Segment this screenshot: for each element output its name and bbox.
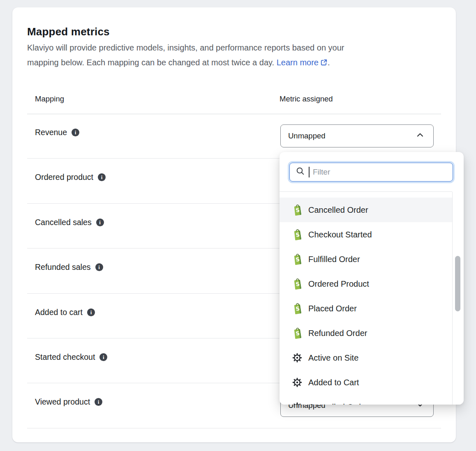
page-title: Mapped metrics (27, 25, 110, 38)
shopify-icon (292, 328, 303, 338)
dropdown-item-fulfilled-order[interactable]: Fulfilled Order (280, 247, 452, 272)
row-label: Started checkout (35, 352, 107, 362)
filter-placeholder: Filter (313, 168, 330, 177)
gear-icon (292, 402, 303, 405)
learn-more-link[interactable]: Learn more (277, 58, 328, 67)
dropdown-item-placed-order[interactable]: Placed Order (280, 296, 452, 321)
text-cursor (309, 167, 310, 177)
info-icon[interactable] (95, 398, 102, 406)
description-line-2: mapping below. Each mapping can be chang… (27, 58, 277, 67)
gear-icon (292, 352, 303, 363)
info-icon[interactable] (95, 263, 103, 271)
row-label: Ordered product (35, 173, 106, 182)
info-icon[interactable] (72, 129, 79, 136)
info-icon[interactable] (87, 308, 95, 316)
dropdown-item-cancelled-order[interactable]: Cancelled Order (280, 198, 452, 222)
description-line-1: Klaviyo will provide predictive models, … (27, 43, 344, 52)
dropdown-item-added-to-cart[interactable]: Added to Cart (280, 370, 452, 395)
shopify-icon (292, 229, 303, 240)
metric-options-list: Cancelled Order Checkout Started Fulfill… (280, 192, 452, 405)
row-label: Added to cart (35, 308, 95, 317)
shopify-icon (292, 278, 303, 289)
dropdown-item-checkout-started[interactable]: Checkout Started (280, 222, 452, 247)
info-icon[interactable] (99, 353, 107, 361)
column-header-mapping: Mapping (35, 94, 64, 104)
chevron-up-icon (415, 130, 425, 142)
description-suffix: . (328, 58, 330, 67)
filter-input[interactable]: Filter (289, 163, 453, 182)
card-description: Klaviyo will provide predictive models, … (27, 40, 430, 71)
row-label: Cancelled sales (35, 218, 104, 227)
metric-select-revenue[interactable]: Unmapped (280, 124, 434, 147)
scrollbar-thumb[interactable] (455, 256, 460, 311)
shopify-icon (292, 254, 303, 265)
info-icon[interactable] (98, 173, 106, 181)
dropdown-item-active-on-site[interactable]: Active on Site (280, 345, 452, 370)
external-link-icon (320, 56, 328, 71)
dropdown-item-refunded-order[interactable]: Refunded Order (280, 321, 452, 345)
row-label: Refunded sales (35, 262, 103, 272)
row-label: Viewed product (35, 397, 102, 407)
shopify-icon (292, 205, 303, 215)
shopify-icon (292, 303, 303, 314)
dropdown-filter-section: Filter (280, 152, 464, 192)
gear-icon (292, 377, 303, 388)
column-header-metric-assigned: Metric assigned (280, 94, 333, 104)
metric-dropdown-panel: Filter Cancelled Order Checkout Started … (280, 152, 464, 405)
dropdown-item-cancelled-order-custom[interactable]: Cancelled Order (280, 395, 452, 405)
dropdown-item-ordered-product[interactable]: Ordered Product (280, 272, 452, 296)
row-label: Revenue (35, 128, 79, 137)
info-icon[interactable] (96, 219, 104, 226)
search-icon (296, 166, 305, 178)
